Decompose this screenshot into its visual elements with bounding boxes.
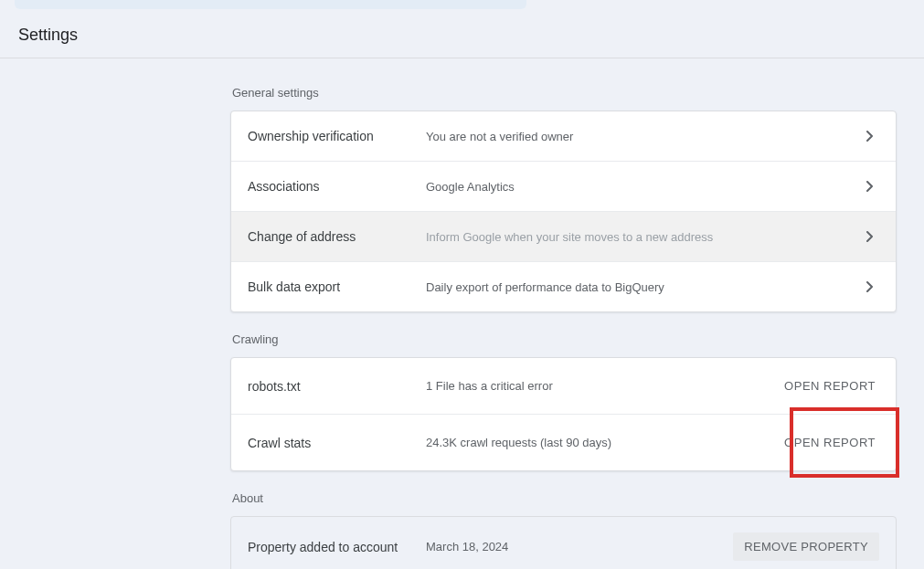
chevron-right-icon: [861, 177, 879, 195]
property-added-label: Property added to account: [248, 540, 426, 554]
robots-open-report-button[interactable]: OPEN REPORT: [781, 374, 879, 398]
bulk-data-export-row[interactable]: Bulk data export Daily export of perform…: [231, 262, 896, 311]
bulk-data-export-value: Daily export of performance data to BigQ…: [426, 280, 861, 294]
crawl-stats-open-report-button[interactable]: OPEN REPORT: [781, 430, 879, 455]
crawl-stats-label: Crawl stats: [248, 436, 426, 450]
crawling-card: robots.txt 1 File has a critical error O…: [230, 357, 897, 471]
chevron-right-icon: [861, 227, 879, 246]
general-settings-card: Ownership verification You are not a ver…: [230, 111, 897, 312]
top-placeholder: [15, 0, 526, 9]
page-title: Settings: [0, 9, 924, 58]
crawl-stats-row[interactable]: Crawl stats 24.3K crawl requests (last 9…: [231, 415, 896, 470]
crawling-header: Crawling: [230, 332, 897, 346]
remove-property-button[interactable]: REMOVE PROPERTY: [733, 532, 879, 561]
property-added-value: March 18, 2024: [426, 540, 733, 553]
associations-value: Google Analytics: [426, 180, 861, 194]
robots-txt-row[interactable]: robots.txt 1 File has a critical error O…: [231, 358, 896, 415]
ownership-verification-row[interactable]: Ownership verification You are not a ver…: [231, 111, 896, 162]
settings-content: General settings Ownership verification …: [0, 58, 924, 569]
change-of-address-label: Change of address: [248, 229, 426, 244]
ownership-verification-label: Ownership verification: [248, 129, 426, 143]
change-of-address-value: Inform Google when your site moves to a …: [426, 230, 861, 244]
associations-label: Associations: [248, 179, 426, 194]
robots-txt-value: 1 File has a critical error: [426, 379, 781, 393]
ownership-verification-value: You are not a verified owner: [426, 130, 861, 143]
crawling-section: Crawling robots.txt 1 File has a critica…: [230, 332, 897, 471]
change-of-address-row[interactable]: Change of address Inform Google when you…: [231, 212, 896, 262]
chevron-right-icon: [861, 278, 879, 296]
about-header: About: [230, 491, 897, 505]
general-settings-section: General settings Ownership verification …: [230, 86, 897, 312]
robots-txt-label: robots.txt: [248, 379, 426, 394]
chevron-right-icon: [861, 127, 879, 145]
bulk-data-export-label: Bulk data export: [248, 279, 426, 294]
crawl-stats-value: 24.3K crawl requests (last 90 days): [426, 436, 781, 449]
about-card: Property added to account March 18, 2024…: [230, 516, 897, 569]
general-settings-header: General settings: [230, 86, 897, 100]
associations-row[interactable]: Associations Google Analytics: [231, 162, 896, 212]
property-added-row: Property added to account March 18, 2024…: [231, 517, 896, 569]
about-section: About Property added to account March 18…: [230, 491, 897, 569]
